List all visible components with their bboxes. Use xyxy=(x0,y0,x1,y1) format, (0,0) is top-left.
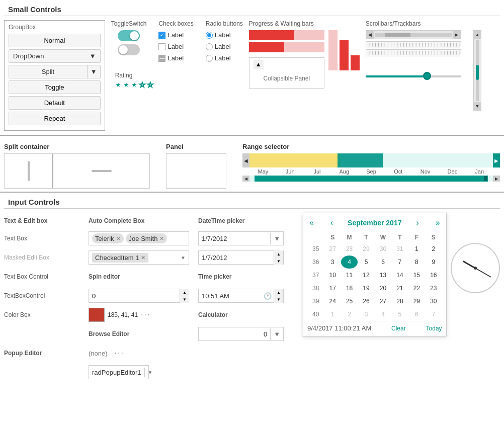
cal-day-0-2[interactable]: 29 xyxy=(358,242,374,256)
cal-day-5-2[interactable]: 3 xyxy=(358,308,374,321)
scrollbar-right-btn[interactable]: ▶ xyxy=(453,31,461,39)
split-handle-h[interactable] xyxy=(92,170,112,172)
cal-day-1-3[interactable]: 6 xyxy=(375,256,391,269)
tag-joesmith-remove[interactable]: ✕ xyxy=(159,235,164,242)
calendar-prev-prev-btn[interactable]: « xyxy=(307,217,316,228)
cal-day-2-5[interactable]: 15 xyxy=(408,269,425,282)
rating-stars[interactable]: ★ ★ ★ ★ ★ xyxy=(115,81,153,89)
auto-complete-box[interactable]: Telerik ✕ Joe Smith ✕ xyxy=(89,231,189,245)
star-3[interactable]: ★ xyxy=(131,81,137,89)
split-arrow-icon[interactable]: ▼ xyxy=(87,65,100,78)
cal-day-2-0[interactable]: 10 xyxy=(324,269,341,282)
radio-3[interactable] xyxy=(206,55,213,62)
time-clock-icon[interactable]: 🕐 xyxy=(262,290,274,302)
cal-day-4-0[interactable]: 24 xyxy=(324,295,341,308)
radio-2[interactable] xyxy=(206,43,213,50)
groupbox-toggle-button[interactable]: Toggle xyxy=(9,80,101,94)
cal-day-0-5[interactable]: 1 xyxy=(408,242,425,256)
cal-day-0-3[interactable]: 30 xyxy=(375,242,391,256)
color-options-button[interactable]: ··· xyxy=(141,310,150,319)
cal-day-0-1[interactable]: 28 xyxy=(341,242,358,256)
masked-tag-remove[interactable]: ✕ xyxy=(141,255,145,261)
groupbox-normal-button[interactable]: Normal xyxy=(9,34,101,47)
cal-day-2-2[interactable]: 12 xyxy=(358,269,374,282)
cal-day-5-4[interactable]: 5 xyxy=(391,308,408,321)
split-handle-v[interactable] xyxy=(28,161,30,181)
cal-day-2-6[interactable]: 16 xyxy=(425,269,442,282)
calendar-prev-btn[interactable]: ‹ xyxy=(328,217,335,228)
masked-edit-box[interactable]: CheckedItem 1 ✕ ▼ xyxy=(89,250,189,265)
radio-1[interactable] xyxy=(206,32,213,39)
calendar-next-next-btn[interactable]: » xyxy=(434,217,442,228)
checkbox-2[interactable] xyxy=(158,43,165,50)
range-scroll-right-btn[interactable]: ▶ xyxy=(493,176,500,182)
popup-editor-arrow[interactable]: ▼ xyxy=(144,368,156,377)
scrollbar-down-btn[interactable]: ▼ xyxy=(473,102,481,110)
cal-day-5-3[interactable]: 4 xyxy=(375,308,391,321)
horizontal-scrollbar[interactable]: ◀ ▶ xyxy=(366,30,461,39)
cal-day-1-2[interactable]: 5 xyxy=(358,256,374,269)
cal-day-4-6[interactable]: 30 xyxy=(425,295,442,308)
groupbox-default-button[interactable]: Default xyxy=(9,96,101,110)
cal-day-0-4[interactable]: 31 xyxy=(391,242,408,256)
groupbox-split-button[interactable]: Split ▼ xyxy=(9,65,101,78)
calendar-clear-btn[interactable]: Clear xyxy=(391,325,406,332)
star-1[interactable]: ★ xyxy=(115,81,121,89)
datetime-up-btn[interactable]: ▲ xyxy=(274,250,283,258)
groupbox-repeat-button[interactable]: Repeat xyxy=(9,112,101,125)
cal-day-5-1[interactable]: 2 xyxy=(341,308,358,321)
cal-day-1-0[interactable]: 3 xyxy=(324,256,341,269)
cal-day-3-5[interactable]: 22 xyxy=(408,282,425,295)
spin-editor-input[interactable] xyxy=(89,290,180,302)
spin-up-button[interactable]: ▲ xyxy=(180,289,189,296)
dropdown-arrow-icon[interactable]: ▼ xyxy=(90,52,96,60)
datetime-down-btn[interactable]: ▼ xyxy=(274,258,283,265)
range-scroll-left-btn[interactable]: ◀ xyxy=(242,176,249,182)
tag-telerik-remove[interactable]: ✕ xyxy=(116,235,121,242)
cal-day-2-1[interactable]: 11 xyxy=(341,269,358,282)
cal-day-5-0[interactable]: 1 xyxy=(324,308,341,321)
star-5[interactable]: ★ xyxy=(147,81,153,89)
toggle-switch-off[interactable] xyxy=(118,44,140,55)
calendar-next-btn[interactable]: › xyxy=(414,217,421,228)
cal-day-5-6[interactable]: 7 xyxy=(425,308,442,321)
time-down-btn[interactable]: ▼ xyxy=(274,296,283,303)
cal-day-1-1[interactable]: 4 xyxy=(341,256,358,269)
cal-day-3-4[interactable]: 21 xyxy=(391,282,408,295)
cal-day-1-5[interactable]: 8 xyxy=(408,256,425,269)
groupbox-dropdown-button[interactable]: DropDown ▼ xyxy=(9,49,101,63)
calculator-dropdown[interactable]: ▼ xyxy=(270,328,283,340)
scrollbar-up-btn[interactable]: ▲ xyxy=(473,31,481,39)
cal-day-2-3[interactable]: 13 xyxy=(375,269,391,282)
calendar-today-btn[interactable]: Today xyxy=(426,325,442,332)
cal-day-4-3[interactable]: 27 xyxy=(375,295,391,308)
spin-down-button[interactable]: ▼ xyxy=(180,296,189,303)
trackbar-h[interactable] xyxy=(366,71,461,81)
browse-options-button[interactable]: ··· xyxy=(115,349,124,358)
cal-day-3-0[interactable]: 17 xyxy=(324,282,341,295)
cal-day-3-6[interactable]: 23 xyxy=(425,282,442,295)
cal-day-3-1[interactable]: 18 xyxy=(341,282,358,295)
cal-day-0-6[interactable]: 2 xyxy=(425,242,442,256)
cal-day-4-2[interactable]: 26 xyxy=(358,295,374,308)
cal-day-1-6[interactable]: 9 xyxy=(425,256,442,269)
checkbox-3[interactable]: — xyxy=(158,55,165,62)
cal-day-1-4[interactable]: 7 xyxy=(391,256,408,269)
datetime-dropdown-1[interactable]: ▼ xyxy=(270,233,283,244)
range-right-btn[interactable]: ▶ xyxy=(493,153,500,167)
collapsible-toggle-button[interactable]: ▲ xyxy=(254,60,264,69)
scrollbar-left-btn[interactable]: ◀ xyxy=(366,31,374,39)
vertical-scrollbar[interactable]: ▲ ▼ xyxy=(473,30,481,111)
time-up-btn[interactable]: ▲ xyxy=(274,289,283,296)
toggle-switch-on[interactable] xyxy=(118,30,140,41)
cal-day-3-3[interactable]: 20 xyxy=(375,282,391,295)
masked-dropdown-arrow[interactable]: ▼ xyxy=(181,255,186,261)
cal-day-4-4[interactable]: 28 xyxy=(391,295,408,308)
cal-day-5-5[interactable]: 6 xyxy=(408,308,425,321)
range-left-btn[interactable]: ◀ xyxy=(242,153,249,167)
calendar-title[interactable]: September 2017 xyxy=(348,219,401,227)
checkbox-1[interactable]: ✓ xyxy=(158,32,165,39)
star-4[interactable]: ★ xyxy=(139,81,145,89)
range-scroll-track[interactable] xyxy=(249,176,493,182)
cal-day-0-0[interactable]: 27 xyxy=(324,242,341,256)
